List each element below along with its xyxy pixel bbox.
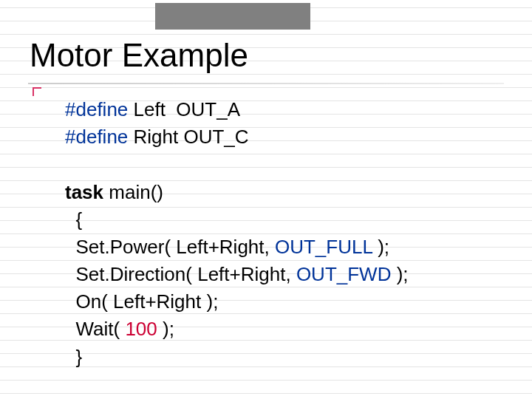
kw-const: OUT_FWD [296, 263, 392, 285]
top-tab [155, 3, 310, 30]
slide: Motor Example #define Left OUT_A #define… [0, 0, 532, 399]
kw-task: task [65, 181, 103, 203]
code-text: { [65, 208, 82, 231]
code-text: On( Left+Right ); [65, 290, 218, 313]
code-text: ); [157, 318, 174, 340]
code-text: Right OUT_C [128, 126, 248, 148]
code-text: Set.Power( Left+Right, [65, 236, 275, 258]
accent-corner [33, 87, 41, 96]
code-text: Set.Direction( Left+Right, [65, 263, 296, 285]
title-underline [28, 83, 504, 84]
kw-const: OUT_FULL [275, 236, 372, 258]
code-text: main() [103, 181, 163, 203]
kw-number: 100 [125, 318, 157, 340]
slide-title: Motor Example [30, 37, 248, 74]
code-text: ); [391, 263, 408, 285]
code-text: } [65, 346, 82, 368]
kw-define: #define [65, 126, 128, 148]
code-block: #define Left OUT_A #define Right OUT_C t… [65, 96, 409, 371]
code-text: Wait( [65, 318, 125, 340]
code-text: Left OUT_A [128, 98, 240, 120]
kw-define: #define [65, 98, 128, 120]
code-text: ); [372, 236, 389, 258]
